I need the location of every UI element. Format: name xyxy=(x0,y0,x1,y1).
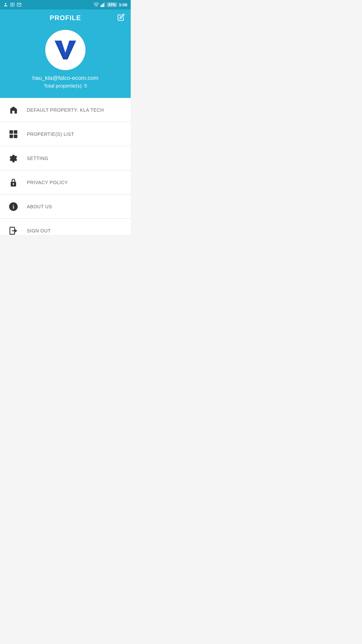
svg-rect-17 xyxy=(9,135,13,138)
home-icon xyxy=(7,105,20,115)
status-left-icons xyxy=(3,2,21,7)
wifi-icon xyxy=(94,2,99,7)
menu-label-setting: SETTING xyxy=(27,156,48,161)
upload-icon xyxy=(3,2,8,7)
svg-text:i: i xyxy=(13,203,14,210)
gear-icon xyxy=(7,154,20,163)
page-title: PROFILE xyxy=(50,14,81,22)
menu-item-default-property[interactable]: DEFAULT PROPERTY: KLA TECH xyxy=(0,98,131,122)
profile-total-properties: Total propertie(s): 5 xyxy=(44,83,87,89)
avatar-image xyxy=(52,37,79,63)
profile-section: hau_kla@falco-ecom.com Total propertie(s… xyxy=(0,26,131,98)
news-icon xyxy=(10,2,15,7)
menu-label-properties-list: PROPERTIE(S) LIST xyxy=(27,131,74,137)
svg-rect-15 xyxy=(9,130,13,134)
menu-label-privacy-policy: PRIVACY POLICY xyxy=(27,180,68,185)
svg-rect-18 xyxy=(14,135,17,138)
header: PROFILE xyxy=(0,9,131,26)
edit-button[interactable] xyxy=(117,13,125,22)
menu-item-sign-out[interactable]: SIGN OUT xyxy=(0,219,131,235)
signal-icon xyxy=(101,2,105,7)
svg-rect-7 xyxy=(101,5,102,7)
svg-rect-23 xyxy=(13,184,14,185)
profile-email: hau_kla@falco-ecom.com xyxy=(33,75,99,82)
grid-icon xyxy=(7,129,20,139)
svg-rect-10 xyxy=(104,2,105,7)
menu-list: DEFAULT PROPERTY: KLA TECH PROPERTIE(S) … xyxy=(0,98,131,235)
battery-indicator: 47% xyxy=(107,2,117,7)
svg-rect-8 xyxy=(102,4,103,7)
svg-rect-16 xyxy=(14,130,17,134)
lock-icon xyxy=(7,178,20,187)
menu-item-properties-list[interactable]: PROPERTIE(S) LIST xyxy=(0,122,131,146)
mail-icon xyxy=(17,2,21,7)
svg-point-20 xyxy=(12,157,15,159)
menu-item-privacy-policy[interactable]: PRIVACY POLICY xyxy=(0,170,131,195)
menu-label-about-us: ABOUT US xyxy=(27,204,52,209)
menu-label-default-property: DEFAULT PROPERTY: KLA TECH xyxy=(27,107,104,113)
menu-item-setting[interactable]: SETTING xyxy=(0,146,131,170)
svg-point-6 xyxy=(96,6,97,7)
info-icon: i xyxy=(7,202,20,211)
clock: 3:06 xyxy=(119,2,127,7)
menu-label-sign-out: SIGN OUT xyxy=(27,228,51,233)
status-right-icons: 47% 3:06 xyxy=(94,2,127,7)
svg-rect-9 xyxy=(103,3,104,7)
svg-rect-14 xyxy=(12,111,15,113)
avatar xyxy=(45,30,85,70)
signout-icon xyxy=(7,226,20,235)
status-bar: 47% 3:06 xyxy=(0,0,131,9)
menu-item-about-us[interactable]: i ABOUT US xyxy=(0,195,131,219)
